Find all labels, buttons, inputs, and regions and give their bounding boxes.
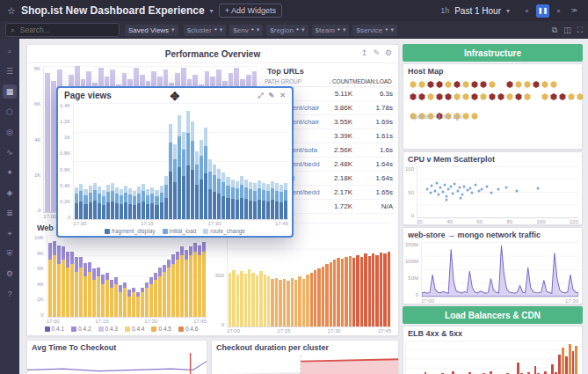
sort-desc-icon: ↓	[328, 78, 331, 84]
chevron-down-icon: ▾	[301, 26, 305, 33]
avg-time-to-checkout-card: Avg Time To Checkout	[26, 340, 207, 374]
sidebar-item-help[interactable]: ?	[3, 287, 17, 301]
title-chevron-down-icon[interactable]: ▾	[210, 7, 214, 15]
overlay-edit-icon[interactable]: ✎	[269, 92, 275, 100]
sessions-chart[interactable]: 1K500017:0017:1517:3017:45	[214, 221, 395, 334]
column-median[interactable]: MEDIAN:LOAD EVENT	[352, 78, 393, 84]
column-count[interactable]: ↓COUNT	[323, 78, 352, 84]
legend-item[interactable]: 0.4.1	[45, 326, 64, 332]
mongo-traffic-card: web-store → mongo network traffic 150M10…	[403, 227, 583, 304]
sidebar-item-apm[interactable]: ◈	[3, 186, 17, 200]
playback-pause[interactable]: ❚❚	[536, 4, 549, 18]
legend-swatch	[163, 229, 168, 234]
elb-errors-card: ELB 4xx & 5xx	[403, 326, 583, 374]
elb-errors-chart[interactable]	[403, 339, 582, 374]
cpu-mem-scatter-card: CPU v Mem Scatterplot 100500204060801001…	[403, 151, 583, 225]
sidebar-item-logs[interactable]: ≣	[3, 206, 17, 220]
legend-item[interactable]: 0.4.4	[125, 326, 144, 332]
chevron-down-icon: ▾	[257, 26, 260, 33]
web-store-widget: Web Store 10K8K6K4K2K017:0017:1517:3017:…	[33, 221, 210, 334]
search-box[interactable]: ⌕	[5, 23, 120, 37]
legend-swatch	[98, 326, 104, 332]
notifications-icon[interactable]: ◫	[563, 26, 571, 35]
tv-mode-icon[interactable]: ⧉	[552, 26, 557, 35]
sidebar-item-monitors[interactable]: ◎	[3, 125, 17, 139]
sidebar-item-events[interactable]: ☰	[3, 64, 17, 78]
widget-title: CPU v Mem Scatterplot	[408, 155, 582, 164]
sidebar-item-synthetics[interactable]: ⌖	[3, 226, 17, 240]
template-var-$region[interactable]: $region * ▾	[266, 25, 308, 36]
time-range-short: 1h	[440, 6, 449, 15]
perf-export-icon[interactable]: ↥	[361, 48, 368, 57]
dashboard-toolbar: ⌕ Saved Views ▾ $cluster * ▾ $env * ▾ $r…	[0, 21, 588, 39]
sidebar-item-security[interactable]: ⛨	[3, 246, 17, 260]
chevron-down-icon: ▾	[390, 26, 394, 33]
widget-title: ELB 4xx & 5xx	[408, 329, 582, 338]
legend-item[interactable]: 0.4.5	[151, 326, 171, 332]
legend-item[interactable]: 0.4.6	[178, 326, 198, 332]
load-balancers-group-header[interactable]: Load Balancers & CDN	[403, 306, 583, 324]
widget-title: Avg Time To Checkout	[32, 343, 207, 352]
sidebar-item-infrastructure[interactable]: ⬡	[3, 105, 17, 119]
cpu-mem-scatter-chart[interactable]: 10050020406080100120	[403, 165, 582, 224]
chevron-down-icon: ▾	[220, 26, 223, 33]
sidebar-item-integrations[interactable]: ✦	[3, 165, 17, 180]
template-var-$service[interactable]: $service * ▾	[352, 25, 396, 36]
side-nav: ⌕☰▦⬡◎∿✦◈≣⌖⛨⚙?	[0, 39, 19, 374]
playback-skip-live[interactable]: ≫	[568, 4, 581, 18]
widget-title: Host Map	[408, 67, 582, 76]
overlay-close-icon[interactable]: ✕	[279, 92, 286, 100]
saved-views-dropdown[interactable]: Saved Views ▾	[125, 25, 178, 36]
widget-title: Top URLs	[267, 67, 395, 76]
time-range-selector[interactable]: Past 1 Hour	[454, 6, 501, 16]
infrastructure-group-header[interactable]: Infrastructure	[403, 44, 583, 62]
sidebar-item-dashboards[interactable]: ▦	[3, 84, 17, 99]
checkout-duration-card: Checkout duration per cluster	[211, 340, 399, 374]
legend-swatch	[45, 326, 50, 332]
page-views-chart[interactable]: 1.4K1.2K1K0.8K0.6K0.4K0.2K017:0017:1517:…	[58, 101, 292, 226]
legend-item[interactable]: 0.4.3	[98, 326, 118, 332]
sidebar-item-settings[interactable]: ⚙	[3, 267, 17, 281]
search-icon: ⌕	[11, 26, 15, 35]
dashboard-title: Shop.ist New Dashboard Experience	[21, 4, 205, 17]
widget-title: web-store → mongo network traffic	[408, 231, 582, 239]
template-var-$team[interactable]: $team * ▾	[312, 25, 350, 36]
legend-swatch	[203, 229, 208, 234]
overlay-expand-icon[interactable]: ⤢	[258, 92, 263, 100]
legend-item[interactable]: 0.4.2	[71, 326, 91, 332]
perf-edit-icon[interactable]: ✎	[373, 48, 380, 57]
legend-swatch	[71, 326, 76, 332]
time-chevron-down-icon[interactable]: ▾	[506, 7, 510, 15]
mongo-traffic-chart[interactable]: 150M100M50M017:0017:30	[403, 240, 582, 304]
checkout-duration-chart[interactable]	[212, 353, 398, 374]
fullscreen-icon[interactable]: ⛶	[577, 26, 583, 35]
page-views-overlay[interactable]: Page views ✥ ⤢✎✕ 1.4K1.2K1K0.8K0.6K0.4K0…	[56, 86, 294, 238]
legend-item[interactable]: fragment_display	[105, 228, 156, 234]
sidebar-item-search[interactable]: ⌕	[3, 44, 17, 58]
legend-swatch	[178, 326, 184, 332]
group-header[interactable]: Performance Overview ↥✎⚙	[27, 45, 398, 63]
sidebar-item-metrics[interactable]: ∿	[3, 145, 17, 159]
avg-time-to-checkout-chart[interactable]	[27, 353, 207, 374]
overlay-title: Page views	[64, 91, 112, 100]
legend-swatch	[125, 326, 130, 332]
column-path-group[interactable]: PATH GROUP	[265, 78, 323, 84]
template-var-$cluster[interactable]: $cluster * ▾	[184, 25, 227, 36]
legend-item[interactable]: route_change	[203, 228, 245, 234]
sessions-widget: 1K500017:0017:1517:3017:45	[214, 221, 395, 334]
perf-gear-icon[interactable]: ⚙	[385, 48, 392, 57]
search-input[interactable]	[18, 25, 101, 35]
dashboard-app: ☆ Shop.ist New Dashboard Experience ▾ + …	[0, 0, 588, 374]
group-title: Performance Overview	[165, 49, 260, 59]
add-widgets-button[interactable]: + Add Widgets	[219, 4, 282, 18]
legend-swatch	[105, 229, 110, 234]
host-map-updated-label: Updated ~3 min ago	[410, 114, 462, 120]
playback-jump-forward[interactable]: »	[552, 4, 565, 18]
web-store-chart[interactable]: 10K8K6K4K2K017:0017:1517:3017:45	[33, 233, 210, 324]
playback-jump-back[interactable]: «	[520, 4, 534, 18]
legend-item[interactable]: initial_load	[163, 228, 197, 234]
overlay-header[interactable]: Page views ✥ ⤢✎✕	[58, 88, 292, 101]
favorite-star-icon[interactable]: ☆	[7, 5, 16, 17]
host-map-card: Host Map Updated ~3 min ago	[403, 63, 583, 150]
template-var-$env[interactable]: $env * ▾	[229, 25, 263, 36]
